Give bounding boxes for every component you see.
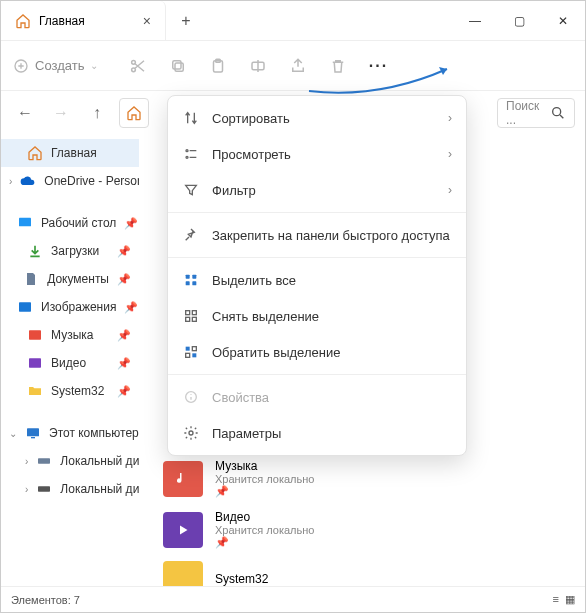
rename-button[interactable] bbox=[240, 50, 276, 82]
svg-rect-28 bbox=[192, 347, 196, 351]
selectall-icon bbox=[182, 271, 200, 289]
deselect-icon bbox=[182, 307, 200, 325]
cut-button[interactable] bbox=[120, 50, 156, 82]
delete-button[interactable] bbox=[320, 50, 356, 82]
view-list-button[interactable]: ≡ bbox=[553, 593, 559, 606]
svg-point-2 bbox=[132, 67, 136, 71]
svg-rect-20 bbox=[192, 275, 196, 279]
file-row-system32[interactable]: System32 bbox=[139, 555, 585, 586]
svg-point-18 bbox=[186, 156, 188, 158]
chevron-right-icon: › bbox=[448, 147, 452, 161]
sidebar-item-pictures[interactable]: Изображения 📌 bbox=[1, 293, 139, 321]
music-icon bbox=[27, 327, 43, 343]
sidebar-item-system32[interactable]: System32 📌 bbox=[1, 377, 139, 405]
sidebar-label: Загрузки bbox=[51, 244, 99, 258]
svg-rect-9 bbox=[19, 218, 31, 227]
back-button[interactable]: ← bbox=[11, 99, 39, 127]
menu-label: Снять выделение bbox=[212, 309, 319, 324]
svg-rect-4 bbox=[173, 60, 181, 68]
file-name: Музыка bbox=[215, 459, 314, 473]
sidebar-label: System32 bbox=[51, 384, 104, 398]
menu-view[interactable]: Просмотреть › bbox=[168, 136, 466, 172]
forward-button[interactable]: → bbox=[47, 99, 75, 127]
tab-home[interactable]: Главная × bbox=[1, 1, 166, 40]
chevron-right-icon: › bbox=[9, 176, 12, 187]
sidebar-item-documents[interactable]: Документы 📌 bbox=[1, 265, 139, 293]
disk-icon bbox=[36, 481, 52, 497]
paste-button[interactable] bbox=[200, 50, 236, 82]
file-name: System32 bbox=[215, 572, 268, 586]
menu-sort[interactable]: Сортировать › bbox=[168, 100, 466, 136]
svg-rect-16 bbox=[38, 486, 50, 491]
menu-pin[interactable]: Закрепить на панели быстрого доступа bbox=[168, 217, 466, 253]
svg-rect-29 bbox=[186, 353, 190, 357]
sidebar-item-localdisk1[interactable]: › Локальный диск bbox=[1, 447, 139, 475]
menu-invert[interactable]: Обратить выделение bbox=[168, 334, 466, 370]
sidebar-item-music[interactable]: Музыка 📌 bbox=[1, 321, 139, 349]
sidebar-label: Изображения bbox=[41, 300, 116, 314]
sidebar-item-thispc[interactable]: ⌄ Этот компьютер bbox=[1, 419, 139, 447]
view-grid-button[interactable]: ▦ bbox=[565, 593, 575, 606]
home-icon bbox=[126, 105, 142, 121]
folder-icon bbox=[27, 383, 43, 399]
share-button[interactable] bbox=[280, 50, 316, 82]
up-button[interactable]: ↑ bbox=[83, 99, 111, 127]
chevron-down-icon: ⌄ bbox=[90, 60, 98, 71]
address-bar[interactable] bbox=[119, 98, 149, 128]
sidebar-item-home[interactable]: Главная bbox=[1, 139, 139, 167]
pin-icon: 📌 bbox=[124, 301, 138, 314]
chevron-right-icon: › bbox=[448, 111, 452, 125]
copy-button[interactable] bbox=[160, 50, 196, 82]
svg-point-1 bbox=[132, 60, 136, 64]
menu-filter[interactable]: Фильтр › bbox=[168, 172, 466, 208]
svg-rect-14 bbox=[31, 437, 35, 438]
close-icon[interactable]: × bbox=[143, 13, 151, 29]
create-label: Создать bbox=[35, 58, 84, 73]
svg-rect-24 bbox=[192, 311, 196, 315]
search-input[interactable]: Поиск ... bbox=[497, 98, 575, 128]
create-button[interactable]: Создать ⌄ bbox=[13, 58, 98, 74]
svg-rect-12 bbox=[29, 358, 41, 367]
view-icon bbox=[182, 145, 200, 163]
menu-label: Фильтр bbox=[212, 183, 256, 198]
svg-rect-10 bbox=[19, 302, 31, 311]
sidebar-item-desktop[interactable]: Рабочий стол 📌 bbox=[1, 209, 139, 237]
filter-icon bbox=[182, 181, 200, 199]
sidebar-item-downloads[interactable]: Загрузки 📌 bbox=[1, 237, 139, 265]
sidebar-item-videos[interactable]: Видео 📌 bbox=[1, 349, 139, 377]
scissors-icon bbox=[129, 57, 147, 75]
menu-label: Выделить все bbox=[212, 273, 296, 288]
svg-point-8 bbox=[553, 108, 561, 116]
share-icon bbox=[289, 57, 307, 75]
rename-icon bbox=[249, 57, 267, 75]
sidebar-label: Главная bbox=[51, 146, 97, 160]
context-menu: Сортировать › Просмотреть › Фильтр › Зак… bbox=[167, 95, 467, 456]
toolbar: Создать ⌄ ··· bbox=[1, 41, 585, 91]
file-row-video[interactable]: Видео Хранится локально 📌 bbox=[139, 504, 585, 555]
more-button[interactable]: ··· bbox=[360, 50, 396, 82]
status-count: Элементов: 7 bbox=[11, 594, 80, 606]
menu-selectall[interactable]: Выделить все bbox=[168, 262, 466, 298]
cloud-icon bbox=[20, 173, 36, 189]
close-button[interactable]: ✕ bbox=[541, 1, 585, 40]
pin-icon: 📌 bbox=[117, 245, 131, 258]
svg-rect-21 bbox=[186, 281, 190, 285]
svg-rect-22 bbox=[192, 281, 196, 285]
maximize-button[interactable]: ▢ bbox=[497, 1, 541, 40]
minimize-button[interactable]: — bbox=[453, 1, 497, 40]
file-row-music[interactable]: Музыка Хранится локально 📌 bbox=[139, 453, 585, 504]
new-tab-button[interactable]: + bbox=[166, 1, 206, 40]
sidebar-item-onedrive[interactable]: › OneDrive - Personal bbox=[1, 167, 139, 195]
menu-deselect[interactable]: Снять выделение bbox=[168, 298, 466, 334]
chevron-right-icon: › bbox=[25, 484, 28, 495]
file-sub: Хранится локально bbox=[215, 524, 314, 536]
sidebar-label: Этот компьютер bbox=[49, 426, 139, 440]
svg-rect-11 bbox=[29, 330, 41, 339]
file-sub: Хранится локально bbox=[215, 473, 314, 485]
document-icon bbox=[23, 271, 39, 287]
chevron-right-icon: › bbox=[25, 456, 28, 467]
sidebar-label: Документы bbox=[47, 272, 109, 286]
pin-icon bbox=[182, 226, 200, 244]
sidebar-item-localdisk2[interactable]: › Локальный диск bbox=[1, 475, 139, 503]
menu-options[interactable]: Параметры bbox=[168, 415, 466, 451]
